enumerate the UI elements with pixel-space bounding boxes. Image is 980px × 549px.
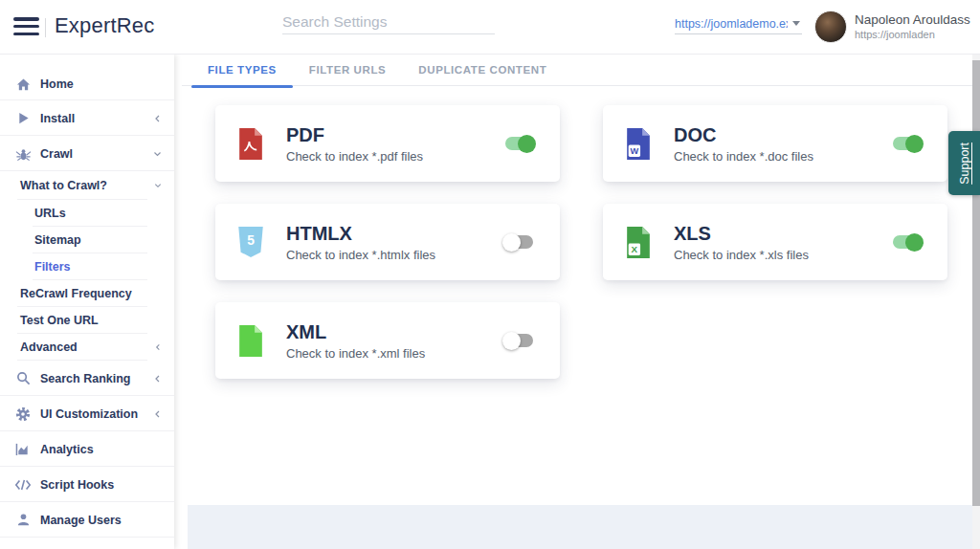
tab-bar: FILE TYPES FILTER URLS DUPLICATE CONTENT (182, 55, 980, 86)
user-avatar[interactable] (814, 11, 847, 43)
card-xls-text: XLS Check to index *.xls files (674, 223, 893, 262)
card-pdf-text: PDF Check to index *.pdf files (286, 124, 505, 164)
chart-icon (14, 442, 32, 457)
sidebar-item-what-to-crawl[interactable]: What to Crawl? (0, 171, 174, 200)
sidebar-item-search-ranking[interactable]: Search Ranking (0, 361, 174, 396)
chevron-down-icon (153, 148, 162, 159)
sidebar-scrollbar-thumb[interactable] (972, 60, 980, 506)
sidebar-item-home[interactable]: Home (0, 68, 174, 100)
card-xml: XML Check to index *.xml files (215, 302, 560, 379)
chevron-down-icon (154, 181, 162, 190)
chevron-left-icon (153, 373, 162, 384)
search-settings-input[interactable] (282, 10, 495, 34)
card-subtitle: Check to index *.xls files (674, 248, 893, 262)
pdf-file-icon (236, 127, 267, 161)
toggle-knob (502, 332, 521, 350)
card-htmlx: 5 HTMLX Check to index *.htmlx files (215, 204, 560, 280)
svg-text:W: W (631, 146, 639, 156)
card-title: XML (286, 321, 505, 343)
toggle-knob (502, 233, 521, 252)
search-icon (14, 371, 32, 386)
spider-icon (14, 146, 32, 162)
hamburger-menu-icon[interactable] (13, 17, 39, 37)
sidebar-item-partial[interactable] (0, 538, 174, 549)
sidebar-item-ui-customization[interactable]: UI Customization (0, 396, 174, 431)
sidebar-item-sitemap[interactable]: Sitemap (0, 227, 174, 253)
toggle-xml[interactable] (505, 334, 533, 347)
sidebar-item-test-one-url[interactable]: Test One URL (0, 307, 174, 334)
toggle-knob (518, 135, 536, 153)
tab-file-types[interactable]: FILE TYPES (191, 55, 293, 86)
main-content: FILE TYPES FILTER URLS DUPLICATE CONTENT… (182, 55, 980, 549)
card-title: PDF (286, 124, 505, 146)
chevron-left-icon (153, 113, 162, 123)
file-type-cards: PDF Check to index *.pdf files W DOC (215, 105, 947, 379)
app-window: ExpertRec https://joomlademo.ex... Napol… (0, 0, 980, 549)
user-info: Napoleon Arouldass https://joomladen (855, 12, 970, 42)
card-title: HTMLX (286, 223, 505, 245)
card-xml-text: XML Check to index *.xml files (286, 321, 505, 361)
sidebar-item-manage-users[interactable]: Manage Users (0, 502, 174, 538)
card-xls: X XLS Check to index *.xls files (603, 204, 947, 280)
tab-duplicate-content[interactable]: DUPLICATE CONTENT (402, 55, 563, 86)
toggle-xls[interactable] (893, 235, 921, 249)
doc-file-icon: W (624, 127, 655, 161)
card-subtitle: Check to index *.doc files (674, 149, 893, 164)
card-pdf: PDF Check to index *.pdf files (215, 105, 560, 182)
caret-down-icon (792, 21, 800, 26)
sidebar-item-crawl[interactable]: Crawl (0, 136, 174, 171)
sidebar-item-install[interactable]: Install (0, 100, 174, 136)
toggle-pdf[interactable] (505, 137, 533, 150)
site-dropdown[interactable]: https://joomlademo.ex... (675, 13, 802, 34)
bottom-section (188, 505, 980, 549)
svg-text:X: X (632, 244, 638, 254)
play-icon (14, 111, 32, 126)
toggle-knob (905, 233, 924, 252)
code-icon (14, 477, 32, 493)
support-button[interactable]: Support (948, 131, 980, 195)
card-title: XLS (674, 223, 893, 245)
logo-divider (45, 18, 46, 37)
tab-filter-urls[interactable]: FILTER URLS (293, 55, 403, 86)
card-subtitle: Check to index *.pdf files (286, 149, 505, 164)
card-subtitle: Check to index *.xml files (286, 346, 505, 361)
app-logo: ExpertRec (55, 13, 155, 38)
site-dropdown-value: https://joomlademo.ex... (675, 17, 788, 31)
user-site-url: https://joomladen (855, 29, 970, 42)
card-doc-text: DOC Check to index *.doc files (674, 124, 893, 164)
sidebar-item-recrawl-frequency[interactable]: ReCrawl Frequency (0, 280, 174, 307)
chevron-left-icon (154, 342, 162, 352)
card-htmlx-text: HTMLX Check to index *.htmlx files (286, 223, 505, 262)
svg-text:5: 5 (247, 232, 255, 248)
card-subtitle: Check to index *.htmlx files (286, 248, 505, 262)
sidebar-item-script-hooks[interactable]: Script Hooks (0, 467, 174, 502)
card-doc: W DOC Check to index *.doc files (603, 105, 947, 182)
html-file-icon: 5 (236, 226, 267, 258)
sidebar-item-urls[interactable]: URLs (0, 200, 174, 227)
toggle-doc[interactable] (893, 137, 921, 150)
gear-icon (14, 406, 32, 422)
user-name: Napoleon Arouldass (855, 12, 970, 29)
support-label: Support (958, 143, 971, 185)
chevron-left-icon (153, 408, 162, 419)
xls-file-icon: X (624, 226, 655, 259)
card-title: DOC (674, 124, 893, 146)
xml-file-icon (236, 324, 267, 358)
sidebar-item-analytics[interactable]: Analytics (0, 431, 174, 467)
sidebar-nav: Home Install Crawl (0, 55, 174, 549)
sidebar-item-advanced[interactable]: Advanced (0, 334, 174, 361)
toggle-knob (905, 135, 924, 153)
user-icon (14, 513, 32, 528)
home-icon (14, 77, 32, 92)
top-header: ExpertRec https://joomlademo.ex... Napol… (0, 0, 980, 55)
sidebar-scrollbar[interactable] (972, 55, 980, 549)
toggle-htmlx[interactable] (505, 235, 533, 249)
sidebar-item-filters[interactable]: Filters (0, 253, 174, 280)
